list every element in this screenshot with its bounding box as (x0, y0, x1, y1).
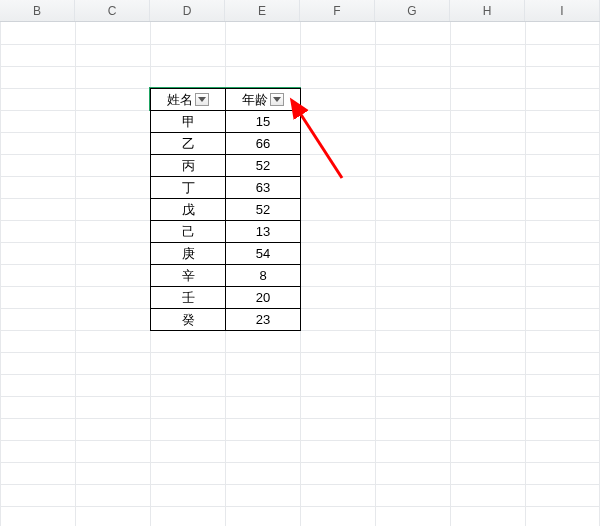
cell-name[interactable]: 己 (151, 221, 226, 243)
cell-age[interactable]: 52 (226, 199, 301, 221)
data-table: 姓名 年龄 (150, 88, 301, 331)
cell-name[interactable]: 丙 (151, 155, 226, 177)
table-row: 戊 52 (151, 199, 301, 221)
table-row: 乙 66 (151, 133, 301, 155)
col-header[interactable]: C (75, 0, 150, 21)
cell-age[interactable]: 52 (226, 155, 301, 177)
cell-age[interactable]: 15 (226, 111, 301, 133)
header-age-cell[interactable]: 年龄 (226, 89, 301, 111)
cell-name[interactable]: 乙 (151, 133, 226, 155)
chevron-down-icon (198, 97, 206, 103)
col-header[interactable]: F (300, 0, 375, 21)
col-header[interactable]: E (225, 0, 300, 21)
table-row: 辛 8 (151, 265, 301, 287)
col-header[interactable]: H (450, 0, 525, 21)
table-row: 壬 20 (151, 287, 301, 309)
cell-age[interactable]: 66 (226, 133, 301, 155)
cell-name[interactable]: 丁 (151, 177, 226, 199)
cell-age[interactable]: 8 (226, 265, 301, 287)
header-name-cell[interactable]: 姓名 (151, 89, 226, 111)
cell-name[interactable]: 庚 (151, 243, 226, 265)
svg-line-0 (298, 110, 342, 178)
table-row: 甲 15 (151, 111, 301, 133)
table-header-row: 姓名 年龄 (151, 89, 301, 111)
column-headers: B C D E F G H I (0, 0, 600, 22)
col-header[interactable]: D (150, 0, 225, 21)
table-row: 丁 63 (151, 177, 301, 199)
table-row: 丙 52 (151, 155, 301, 177)
table-row: 己 13 (151, 221, 301, 243)
header-age-label: 年龄 (242, 91, 268, 109)
cell-age[interactable]: 20 (226, 287, 301, 309)
col-header[interactable]: B (0, 0, 75, 21)
table-row: 癸 23 (151, 309, 301, 331)
cell-age[interactable]: 13 (226, 221, 301, 243)
cell-name[interactable]: 甲 (151, 111, 226, 133)
cell-name[interactable]: 戊 (151, 199, 226, 221)
cell-name[interactable]: 壬 (151, 287, 226, 309)
col-header[interactable]: G (375, 0, 450, 21)
col-header[interactable]: I (525, 0, 600, 21)
cell-age[interactable]: 23 (226, 309, 301, 331)
filter-button-name[interactable] (195, 93, 209, 106)
table-row: 庚 54 (151, 243, 301, 265)
cell-age[interactable]: 63 (226, 177, 301, 199)
spreadsheet-grid[interactable]: 姓名 年龄 (0, 22, 600, 526)
header-name-label: 姓名 (167, 91, 193, 109)
filter-button-age[interactable] (270, 93, 284, 106)
chevron-down-icon (273, 97, 281, 103)
cell-age[interactable]: 54 (226, 243, 301, 265)
cell-name[interactable]: 癸 (151, 309, 226, 331)
cell-name[interactable]: 辛 (151, 265, 226, 287)
